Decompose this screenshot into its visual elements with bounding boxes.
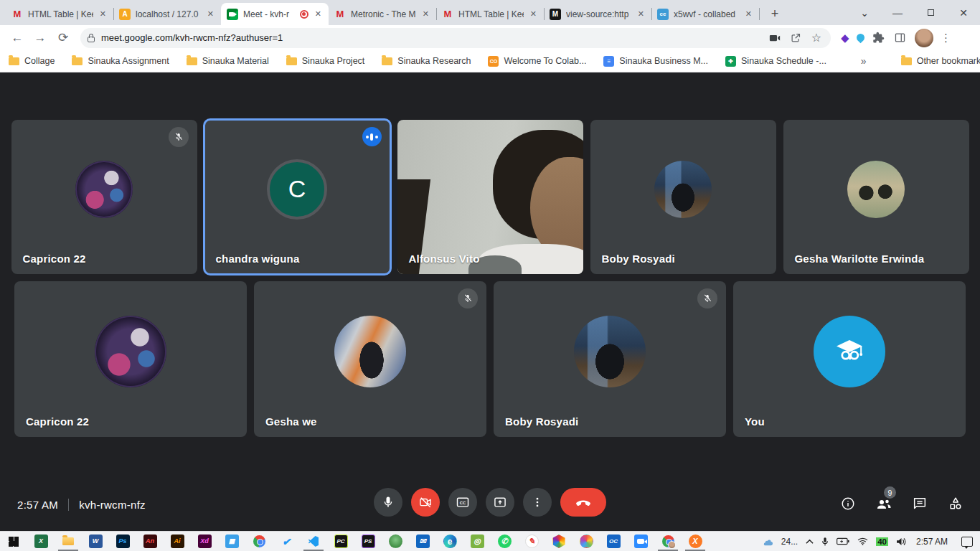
taskbar-calendar[interactable]: ▦ <box>218 532 245 551</box>
lock-icon[interactable] <box>88 37 95 42</box>
taskbar-edge[interactable]: e <box>436 532 463 551</box>
taskbar-green-app[interactable] <box>382 532 409 551</box>
restore-button[interactable] <box>914 0 947 25</box>
taskbar-vscode[interactable] <box>300 532 327 551</box>
camera-in-use-icon[interactable] <box>768 31 782 45</box>
tab-close-icon[interactable]: ✕ <box>98 8 108 20</box>
taskbar-hexagon-app[interactable] <box>545 532 573 551</box>
tab-close-icon[interactable]: ✕ <box>636 8 646 20</box>
tray-wifi-icon[interactable] <box>857 537 868 545</box>
bookmark-folder-assignment[interactable]: Sinauka Assignment <box>72 56 169 66</box>
taskbar-phpstorm[interactable]: PS <box>354 532 382 551</box>
tile-gesha-we[interactable]: Gesha we <box>254 281 486 437</box>
bookmark-folder-collage[interactable]: Collage <box>9 56 55 66</box>
reload-button[interactable]: ⟳ <box>53 28 73 48</box>
temperature-text[interactable]: 24... <box>781 537 798 547</box>
bookmark-folder-project[interactable]: Sinauka Project <box>286 56 365 66</box>
start-button[interactable] <box>0 532 27 551</box>
tab-close-icon[interactable]: ✕ <box>744 8 753 20</box>
more-options-button[interactable] <box>523 488 552 517</box>
camera-app-icon: ◎ <box>471 534 484 548</box>
tray-microphone-icon[interactable] <box>821 537 829 547</box>
taskbar-word[interactable]: W <box>82 532 109 551</box>
tab-close-icon[interactable]: ✕ <box>529 8 538 20</box>
battery-percent-badge[interactable]: 40 <box>876 537 888 546</box>
taskbar-oc-app[interactable]: OC <box>600 532 627 551</box>
taskbar-excel[interactable]: X <box>27 532 55 551</box>
activities-button[interactable] <box>947 495 964 512</box>
bookmark-schedule[interactable]: ✚Sinauka Schedule -... <box>725 56 826 67</box>
new-tab-button[interactable]: + <box>765 4 785 24</box>
taskbar-mail[interactable]: ✉ <box>409 532 436 551</box>
taskbar-flower-app[interactable] <box>573 532 600 551</box>
present-button[interactable] <box>486 488 514 517</box>
tab-close-icon[interactable]: ✕ <box>206 8 215 20</box>
bookmarks-overflow-icon[interactable]: » <box>861 55 867 67</box>
tray-clock[interactable]: 2:57 AM <box>916 537 948 547</box>
tray-expand-chevron-icon[interactable] <box>806 539 814 545</box>
browser-tab-6[interactable]: M view-source:http ✕ <box>544 3 651 25</box>
browser-tab-1[interactable]: M HTML Table | Kee ✕ <box>6 3 113 25</box>
taskbar-illustrator[interactable]: Ai <box>164 532 191 551</box>
tile-you[interactable]: You <box>733 281 966 437</box>
extension-diamond-icon[interactable]: ◆ <box>841 32 849 44</box>
tray-battery-icon[interactable] <box>837 537 849 545</box>
meeting-details-button[interactable] <box>839 495 857 512</box>
tray-volume-icon[interactable] <box>896 537 907 546</box>
taskbar-check-app[interactable]: ✔ <box>273 532 300 551</box>
captions-button[interactable]: CC <box>448 488 477 517</box>
tile-chandra-wiguna[interactable]: C chandra wiguna <box>204 120 390 274</box>
tile-boby-rosyadi-1[interactable]: Boby Rosyadi <box>590 120 776 274</box>
extensions-puzzle-icon[interactable] <box>872 31 886 45</box>
action-center-icon[interactable] <box>961 537 973 547</box>
browser-tab-7[interactable]: ce x5wvf - collabed ✕ <box>651 3 759 25</box>
taskbar-zoom[interactable] <box>627 532 654 551</box>
other-bookmarks[interactable]: Other bookmarks <box>901 56 980 66</box>
taskbar-screenshot-app[interactable]: ◎ <box>463 532 491 551</box>
back-button[interactable]: ← <box>7 28 27 48</box>
taskbar-pycharm[interactable]: PC <box>327 532 354 551</box>
bookmark-colab[interactable]: COWelcome To Colab... <box>488 56 586 67</box>
taskbar-pen-app[interactable]: ✎ <box>518 532 545 551</box>
url-text[interactable]: meet.google.com/kvh-rwcm-nfz?authuser=1 <box>101 32 761 43</box>
weather-cloud-icon[interactable] <box>762 537 773 546</box>
bookmark-folder-research[interactable]: Sinauka Research <box>382 56 471 66</box>
address-bar[interactable]: meet.google.com/kvh-rwcm-nfz?authuser=1 … <box>80 28 831 48</box>
minimize-button[interactable]: — <box>881 0 914 25</box>
browser-tab-5[interactable]: M HTML Table | Kee ✕ <box>436 3 544 25</box>
taskbar-animate[interactable]: An <box>136 532 164 551</box>
tile-boby-rosyadi-2[interactable]: Boby Rosyadi <box>494 281 726 437</box>
forward-button[interactable]: → <box>30 28 50 48</box>
side-panel-icon[interactable] <box>893 31 908 45</box>
taskbar-whatsapp[interactable]: ✆ <box>491 532 518 551</box>
browser-tab-4[interactable]: M Metronic - The M ✕ <box>329 3 436 25</box>
tile-gesha-warilotte[interactable]: Gesha Warilotte Erwinda <box>783 120 969 274</box>
chat-button[interactable] <box>911 495 928 512</box>
taskbar-xampp[interactable]: X <box>682 532 709 551</box>
close-button[interactable]: ✕ <box>947 0 980 25</box>
taskbar-file-explorer[interactable] <box>55 532 82 551</box>
extension-drop-icon[interactable] <box>854 32 866 44</box>
tile-alfonsus-vito-video[interactable]: Alfonsus Vito <box>397 120 583 274</box>
bookmark-folder-material[interactable]: Sinauka Material <box>187 56 269 66</box>
browser-tab-2[interactable]: A localhost / 127.0 ✕ <box>113 3 221 25</box>
end-call-button[interactable] <box>560 488 606 517</box>
microphone-button[interactable] <box>374 488 402 517</box>
browser-tab-meet-active[interactable]: Meet - kvh-r ✕ <box>221 3 329 25</box>
bookmark-business[interactable]: ≡Sinauka Business M... <box>603 56 708 67</box>
tab-close-icon[interactable]: ✕ <box>314 8 323 20</box>
taskbar-chrome-profile[interactable] <box>654 532 682 551</box>
profile-avatar[interactable] <box>915 29 933 47</box>
bookmark-star-icon[interactable]: ☆ <box>809 31 824 45</box>
taskbar-chrome[interactable] <box>245 532 273 551</box>
tile-capricon22-2[interactable]: Capricon 22 <box>14 281 247 437</box>
taskbar-xd[interactable]: Xd <box>191 532 218 551</box>
taskbar-photoshop[interactable]: Ps <box>109 532 136 551</box>
browser-menu-icon[interactable]: ⋮ <box>941 32 952 44</box>
tab-search-chevron-icon[interactable]: ⌄ <box>848 0 881 25</box>
camera-off-button[interactable] <box>411 488 440 517</box>
tile-capricon22-1[interactable]: Capricon 22 <box>11 120 197 274</box>
share-icon[interactable] <box>788 31 803 45</box>
participants-button[interactable]: 9 <box>875 495 892 512</box>
tab-close-icon[interactable]: ✕ <box>421 8 430 20</box>
